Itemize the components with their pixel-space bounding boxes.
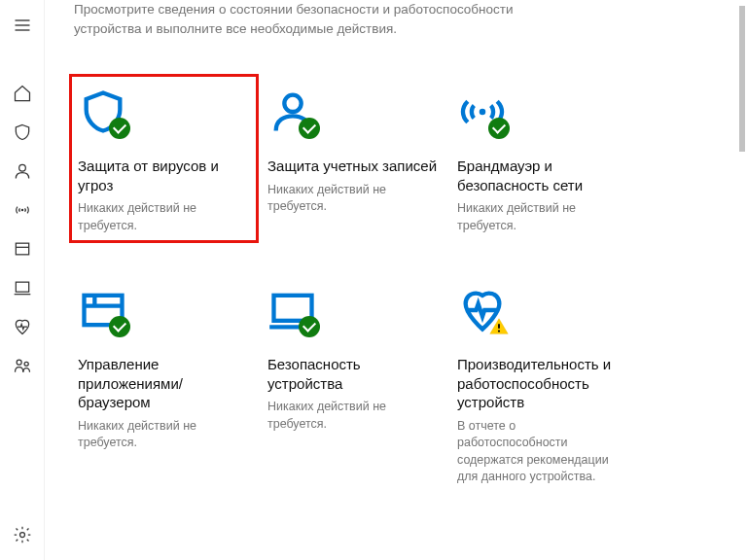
sidebar bbox=[0, 0, 45, 560]
hamburger-icon[interactable] bbox=[13, 16, 32, 35]
app-browser-icon bbox=[78, 285, 128, 335]
tile-desc: В отчете о работоспособности содержатся … bbox=[457, 418, 629, 486]
account-icon bbox=[267, 87, 318, 137]
app-browser-icon[interactable] bbox=[13, 239, 32, 259]
svg-point-13 bbox=[480, 109, 486, 116]
svg-point-12 bbox=[284, 95, 301, 112]
tile-title: Защита от вирусов и угроз bbox=[78, 157, 250, 194]
signal-icon[interactable] bbox=[13, 200, 32, 220]
status-ok-icon bbox=[109, 316, 130, 337]
status-warn-icon bbox=[488, 316, 510, 337]
status-ok-icon bbox=[488, 118, 510, 139]
tile-app-browser[interactable]: Управление приложениями/браузером Никаки… bbox=[74, 277, 254, 490]
tile-virus-threat[interactable]: Защита от вирусов и угроз Никаких действ… bbox=[74, 79, 254, 238]
tile-title: Производительность и работоспособность у… bbox=[457, 355, 629, 412]
account-icon[interactable] bbox=[13, 161, 32, 181]
tile-device-security[interactable]: Безопасность устройства Никаких действий… bbox=[264, 277, 444, 490]
tile-desc: Никаких действий не требуется. bbox=[267, 182, 440, 216]
tile-desc: Никаких действий не требуется. bbox=[267, 399, 440, 433]
tile-firewall[interactable]: Брандмауэр и безопасность сети Никаких д… bbox=[453, 79, 633, 238]
signal-icon bbox=[457, 87, 508, 137]
intro-text: Просмотрите сведения о состоянии безопас… bbox=[74, 0, 580, 38]
svg-point-10 bbox=[24, 362, 28, 366]
status-ok-icon bbox=[109, 118, 130, 139]
device-icon bbox=[267, 285, 318, 335]
tile-desc: Никаких действий не требуется. bbox=[78, 200, 250, 234]
tile-account-protection[interactable]: Защита учетных записей Никаких действий … bbox=[264, 79, 444, 238]
tiles-grid: Защита от вирусов и угроз Никаких действ… bbox=[74, 79, 710, 490]
tile-title: Брандмауэр и безопасность сети bbox=[457, 157, 629, 194]
health-icon[interactable] bbox=[13, 317, 32, 336]
shield-icon[interactable] bbox=[13, 122, 32, 142]
tile-title: Защита учетных записей bbox=[267, 157, 440, 176]
scrollbar[interactable] bbox=[739, 6, 745, 152]
family-icon[interactable] bbox=[13, 356, 32, 375]
svg-point-21 bbox=[498, 331, 500, 332]
tile-title: Управление приложениями/браузером bbox=[78, 355, 250, 412]
tile-title: Безопасность устройства bbox=[267, 355, 440, 393]
svg-point-4 bbox=[20, 209, 23, 212]
svg-point-11 bbox=[19, 533, 24, 538]
shield-icon bbox=[78, 87, 128, 137]
status-ok-icon bbox=[299, 118, 320, 139]
tile-desc: Никаких действий не требуется. bbox=[78, 418, 250, 452]
svg-rect-5 bbox=[16, 243, 28, 255]
svg-point-9 bbox=[17, 360, 21, 365]
tile-desc: Никаких действий не требуется. bbox=[457, 200, 629, 234]
home-icon[interactable] bbox=[13, 84, 32, 103]
settings-icon[interactable] bbox=[13, 525, 32, 544]
svg-rect-7 bbox=[16, 282, 28, 292]
main-content: Просмотрите сведения о состоянии безопас… bbox=[45, 0, 737, 560]
tile-device-health[interactable]: Производительность и работоспособность у… bbox=[453, 277, 633, 490]
status-ok-icon bbox=[299, 316, 320, 337]
health-icon bbox=[457, 285, 508, 335]
svg-point-3 bbox=[18, 164, 25, 171]
device-icon[interactable] bbox=[13, 278, 32, 298]
